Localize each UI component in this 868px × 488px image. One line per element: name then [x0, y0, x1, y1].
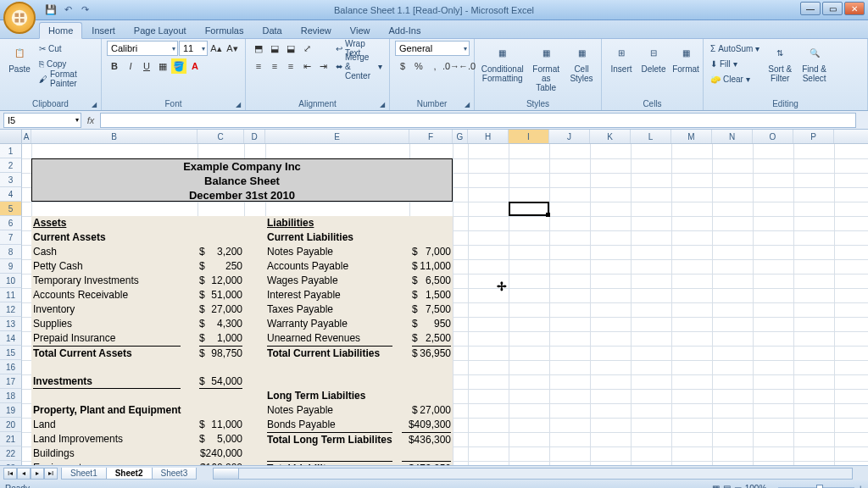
sheet-tab[interactable]: Sheet1: [61, 468, 107, 480]
font-launcher-icon[interactable]: ◢: [233, 99, 243, 109]
clear-button[interactable]: 🧽 Clear ▾: [709, 71, 761, 86]
row-header[interactable]: 23: [0, 461, 22, 465]
delete-cells-button[interactable]: ⊟Delete: [639, 41, 668, 75]
paste-button[interactable]: 📋Paste: [5, 41, 34, 75]
font-color-button[interactable]: A: [187, 58, 203, 74]
col-header[interactable]: G: [453, 130, 468, 143]
align-left-icon[interactable]: ≡: [251, 58, 266, 74]
formula-bar[interactable]: [100, 113, 856, 128]
minimize-button[interactable]: —: [800, 2, 821, 15]
name-box[interactable]: I5: [3, 113, 81, 128]
tab-insert[interactable]: Insert: [82, 22, 125, 38]
row-header[interactable]: 11: [0, 288, 22, 302]
row-header[interactable]: 20: [0, 418, 22, 432]
tab-nav-first-icon[interactable]: I◂: [3, 468, 17, 480]
align-bottom-icon[interactable]: ⬓: [283, 41, 298, 56]
align-right-icon[interactable]: ≡: [283, 58, 298, 74]
row-header[interactable]: 9: [0, 259, 22, 274]
decrease-indent-icon[interactable]: ⇤: [299, 58, 314, 74]
row-header[interactable]: 19: [0, 403, 22, 418]
insert-cells-button[interactable]: ⊞Insert: [607, 41, 636, 75]
fx-icon[interactable]: fx: [81, 115, 100, 125]
underline-button[interactable]: U: [139, 58, 154, 74]
row-header[interactable]: 14: [0, 331, 22, 346]
horizontal-scrollbar[interactable]: [213, 468, 853, 480]
font-size-combo[interactable]: 11: [179, 41, 208, 56]
clipboard-launcher-icon[interactable]: ◢: [89, 99, 99, 109]
tab-nav-last-icon[interactable]: ▸I: [44, 468, 58, 480]
sort-filter-button[interactable]: ⇅Sort & Filter: [765, 41, 795, 85]
redo-icon[interactable]: ↷: [78, 3, 92, 17]
row-header[interactable]: 16: [0, 360, 22, 374]
zoom-in-icon[interactable]: +: [858, 484, 863, 488]
col-header[interactable]: I: [509, 130, 549, 143]
row-header[interactable]: 3: [0, 173, 22, 187]
align-center-icon[interactable]: ≡: [267, 58, 282, 74]
find-select-button[interactable]: 🔍Find & Select: [798, 41, 830, 85]
autosum-button[interactable]: Σ AutoSum ▾: [709, 41, 761, 56]
col-header[interactable]: J: [549, 130, 590, 143]
col-header[interactable]: P: [793, 130, 834, 143]
view-layout-icon[interactable]: ▤: [723, 484, 731, 488]
zoom-out-icon[interactable]: −: [770, 484, 775, 488]
tab-home[interactable]: Home: [39, 22, 82, 39]
row-header[interactable]: 12: [0, 302, 22, 317]
row-header[interactable]: 8: [0, 245, 22, 259]
col-header[interactable]: B: [31, 130, 198, 143]
comma-icon[interactable]: ,: [427, 58, 442, 74]
save-icon[interactable]: 💾: [44, 3, 58, 17]
currency-icon[interactable]: $: [395, 58, 410, 74]
row-header[interactable]: 22: [0, 446, 22, 461]
zoom-level[interactable]: 100%: [745, 484, 767, 488]
col-header[interactable]: D: [244, 130, 265, 143]
cut-button[interactable]: ✂ Cut: [37, 41, 96, 56]
col-header[interactable]: F: [409, 130, 453, 143]
number-launcher-icon[interactable]: ◢: [462, 99, 472, 109]
increase-decimal-icon[interactable]: .0→: [443, 58, 459, 74]
tab-review[interactable]: Review: [292, 22, 341, 38]
row-header[interactable]: 5: [0, 202, 22, 216]
orientation-icon[interactable]: ⤢: [299, 41, 314, 56]
border-button[interactable]: ▦: [155, 58, 170, 74]
percent-icon[interactable]: %: [411, 58, 426, 74]
conditional-formatting-button[interactable]: ▦Conditional Formatting: [480, 41, 525, 85]
row-header[interactable]: 13: [0, 317, 22, 331]
row-header[interactable]: 17: [0, 374, 22, 389]
maximize-button[interactable]: ▭: [822, 2, 843, 15]
format-painter-button[interactable]: 🖌 Format Painter: [37, 71, 96, 86]
fill-color-button[interactable]: 🪣: [171, 58, 186, 74]
italic-button[interactable]: I: [123, 58, 138, 74]
row-header[interactable]: 1: [0, 144, 22, 158]
active-cell[interactable]: [509, 202, 549, 216]
decrease-font-icon[interactable]: A▾: [225, 41, 240, 56]
tab-data[interactable]: Data: [253, 22, 291, 38]
view-pagebreak-icon[interactable]: ▭: [734, 484, 742, 488]
row-header[interactable]: 15: [0, 346, 22, 360]
merge-center-button[interactable]: ⬌ Merge & Center ▾: [334, 58, 384, 74]
view-normal-icon[interactable]: ▦: [712, 484, 720, 488]
tab-formulas[interactable]: Formulas: [196, 22, 253, 38]
col-header[interactable]: C: [198, 130, 244, 143]
tab-addins[interactable]: Add-Ins: [379, 22, 430, 38]
font-name-combo[interactable]: Calibri: [107, 41, 178, 56]
sheet-tab[interactable]: Sheet3: [152, 468, 198, 480]
alignment-launcher-icon[interactable]: ◢: [377, 99, 387, 109]
col-header[interactable]: O: [753, 130, 793, 143]
row-header[interactable]: 6: [0, 216, 22, 230]
col-header[interactable]: A: [22, 130, 31, 143]
row-header[interactable]: 18: [0, 389, 22, 403]
tab-view[interactable]: View: [341, 22, 380, 38]
cell-styles-button[interactable]: ▦Cell Styles: [567, 41, 596, 85]
row-header[interactable]: 10: [0, 274, 22, 288]
col-header[interactable]: H: [468, 130, 509, 143]
col-header[interactable]: M: [671, 130, 712, 143]
row-header[interactable]: 2: [0, 158, 22, 173]
row-header[interactable]: 7: [0, 230, 22, 245]
format-cells-button[interactable]: ▦Format: [671, 41, 700, 75]
align-middle-icon[interactable]: ⬓: [267, 41, 282, 56]
number-format-combo[interactable]: General: [395, 41, 470, 56]
undo-icon[interactable]: ↶: [61, 3, 75, 17]
worksheet-grid[interactable]: A B C D E F G H I J K L M N O P 12345678…: [0, 130, 868, 465]
fill-button[interactable]: ⬇ Fill ▾: [709, 56, 761, 71]
sheet-tab[interactable]: Sheet2: [106, 468, 153, 480]
